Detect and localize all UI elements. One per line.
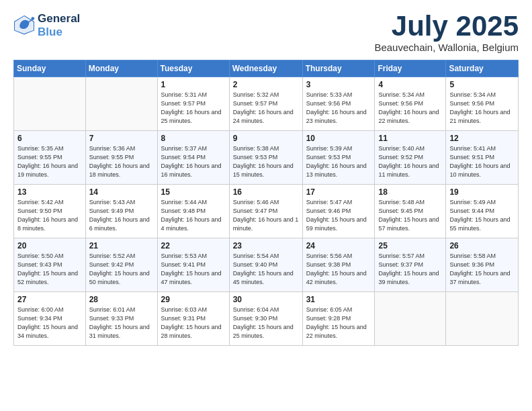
logo-icon — [13, 15, 35, 36]
day-number: 9 — [233, 134, 299, 143]
calendar-header: Sunday Monday Tuesday Wednesday Thursday… — [14, 60, 519, 77]
day-info: Sunrise: 5:53 AM Sunset: 9:41 PM Dayligh… — [161, 252, 226, 287]
calendar-body: 1Sunrise: 5:31 AM Sunset: 9:57 PM Daylig… — [14, 77, 519, 346]
day-info: Sunrise: 5:40 AM Sunset: 9:52 PM Dayligh… — [378, 144, 442, 179]
calendar-cell — [14, 77, 86, 131]
day-info: Sunrise: 5:38 AM Sunset: 9:53 PM Dayligh… — [233, 144, 299, 179]
calendar-cell: 18Sunrise: 5:48 AM Sunset: 9:45 PM Dayli… — [375, 185, 446, 238]
calendar-cell: 2Sunrise: 5:32 AM Sunset: 9:57 PM Daylig… — [229, 77, 302, 131]
calendar-cell: 8Sunrise: 5:37 AM Sunset: 9:54 PM Daylig… — [157, 131, 229, 185]
location-subtitle: Beauvechain, Wallonia, Belgium — [374, 42, 519, 53]
day-info: Sunrise: 5:58 AM Sunset: 9:36 PM Dayligh… — [449, 252, 515, 287]
day-number: 27 — [17, 295, 82, 304]
calendar-cell — [375, 292, 446, 346]
day-number: 10 — [306, 134, 371, 143]
day-number: 21 — [89, 241, 154, 250]
day-info: Sunrise: 5:35 AM Sunset: 9:55 PM Dayligh… — [17, 144, 82, 179]
calendar-cell: 24Sunrise: 5:56 AM Sunset: 9:38 PM Dayli… — [302, 238, 375, 292]
calendar-cell: 19Sunrise: 5:49 AM Sunset: 9:44 PM Dayli… — [446, 185, 519, 238]
day-info: Sunrise: 5:50 AM Sunset: 9:43 PM Dayligh… — [17, 252, 82, 287]
day-info: Sunrise: 5:46 AM Sunset: 9:47 PM Dayligh… — [233, 198, 299, 233]
day-number: 23 — [233, 241, 299, 250]
day-info: Sunrise: 5:47 AM Sunset: 9:46 PM Dayligh… — [306, 198, 371, 233]
calendar-cell: 20Sunrise: 5:50 AM Sunset: 9:43 PM Dayli… — [14, 238, 86, 292]
day-number: 8 — [161, 134, 226, 143]
day-number: 4 — [378, 80, 442, 89]
col-friday: Friday — [375, 60, 446, 77]
day-info: Sunrise: 5:33 AM Sunset: 9:56 PM Dayligh… — [306, 91, 371, 126]
logo: General Blue — [13, 12, 80, 40]
calendar-cell: 7Sunrise: 5:36 AM Sunset: 9:55 PM Daylig… — [85, 131, 157, 185]
calendar-cell: 23Sunrise: 5:54 AM Sunset: 9:40 PM Dayli… — [229, 238, 302, 292]
day-number: 12 — [449, 134, 515, 143]
calendar-cell: 31Sunrise: 6:05 AM Sunset: 9:28 PM Dayli… — [302, 292, 375, 346]
calendar-cell: 13Sunrise: 5:42 AM Sunset: 9:50 PM Dayli… — [14, 185, 86, 238]
day-number: 15 — [161, 187, 226, 197]
calendar-cell: 17Sunrise: 5:47 AM Sunset: 9:46 PM Dayli… — [302, 185, 375, 238]
day-number: 26 — [449, 241, 515, 250]
calendar-cell: 29Sunrise: 6:03 AM Sunset: 9:31 PM Dayli… — [157, 292, 229, 346]
calendar-cell: 26Sunrise: 5:58 AM Sunset: 9:36 PM Dayli… — [446, 238, 519, 292]
calendar-cell: 27Sunrise: 6:00 AM Sunset: 9:34 PM Dayli… — [14, 292, 86, 346]
calendar-cell — [85, 77, 157, 131]
svg-point-2 — [31, 17, 34, 21]
calendar-cell: 21Sunrise: 5:52 AM Sunset: 9:42 PM Dayli… — [85, 238, 157, 292]
calendar-cell: 25Sunrise: 5:57 AM Sunset: 9:37 PM Dayli… — [375, 238, 446, 292]
day-info: Sunrise: 6:05 AM Sunset: 9:28 PM Dayligh… — [306, 306, 371, 340]
calendar-cell: 10Sunrise: 5:39 AM Sunset: 9:53 PM Dayli… — [302, 131, 375, 185]
week-row-2: 13Sunrise: 5:42 AM Sunset: 9:50 PM Dayli… — [14, 185, 519, 238]
day-number: 3 — [306, 80, 371, 89]
day-info: Sunrise: 5:49 AM Sunset: 9:44 PM Dayligh… — [449, 198, 515, 233]
week-row-3: 20Sunrise: 5:50 AM Sunset: 9:43 PM Dayli… — [14, 238, 519, 292]
header: General Blue July 2025 Beauvechain, Wall… — [13, 12, 519, 53]
calendar-cell: 5Sunrise: 5:34 AM Sunset: 9:56 PM Daylig… — [446, 77, 519, 131]
day-number: 16 — [233, 187, 299, 197]
day-info: Sunrise: 6:01 AM Sunset: 9:33 PM Dayligh… — [89, 306, 154, 340]
day-number: 13 — [17, 187, 82, 197]
calendar-cell: 1Sunrise: 5:31 AM Sunset: 9:57 PM Daylig… — [157, 77, 229, 131]
col-saturday: Saturday — [446, 60, 519, 77]
day-number: 25 — [378, 241, 442, 250]
day-info: Sunrise: 5:31 AM Sunset: 9:57 PM Dayligh… — [161, 91, 226, 126]
calendar-cell: 14Sunrise: 5:43 AM Sunset: 9:49 PM Dayli… — [85, 185, 157, 238]
day-info: Sunrise: 5:48 AM Sunset: 9:45 PM Dayligh… — [378, 198, 442, 233]
day-number: 18 — [378, 187, 442, 197]
day-number: 2 — [233, 80, 299, 89]
day-number: 28 — [89, 295, 154, 304]
day-info: Sunrise: 5:36 AM Sunset: 9:55 PM Dayligh… — [89, 144, 154, 179]
day-info: Sunrise: 5:44 AM Sunset: 9:48 PM Dayligh… — [161, 198, 226, 233]
day-number: 29 — [161, 295, 226, 304]
day-info: Sunrise: 6:03 AM Sunset: 9:31 PM Dayligh… — [161, 306, 226, 340]
day-info: Sunrise: 5:43 AM Sunset: 9:49 PM Dayligh… — [89, 198, 154, 233]
calendar-cell: 16Sunrise: 5:46 AM Sunset: 9:47 PM Dayli… — [229, 185, 302, 238]
day-info: Sunrise: 6:00 AM Sunset: 9:34 PM Dayligh… — [17, 306, 82, 340]
week-row-4: 27Sunrise: 6:00 AM Sunset: 9:34 PM Dayli… — [14, 292, 519, 346]
day-number: 17 — [306, 187, 371, 197]
logo-text: General Blue — [38, 12, 80, 40]
day-info: Sunrise: 5:56 AM Sunset: 9:38 PM Dayligh… — [306, 252, 371, 287]
day-info: Sunrise: 5:37 AM Sunset: 9:54 PM Dayligh… — [161, 144, 226, 179]
calendar-cell: 15Sunrise: 5:44 AM Sunset: 9:48 PM Dayli… — [157, 185, 229, 238]
calendar-cell: 9Sunrise: 5:38 AM Sunset: 9:53 PM Daylig… — [229, 131, 302, 185]
day-number: 11 — [378, 134, 442, 143]
day-number: 7 — [89, 134, 154, 143]
day-info: Sunrise: 5:34 AM Sunset: 9:56 PM Dayligh… — [449, 91, 515, 126]
calendar-cell: 30Sunrise: 6:04 AM Sunset: 9:30 PM Dayli… — [229, 292, 302, 346]
day-number: 31 — [306, 295, 371, 304]
calendar-cell: 22Sunrise: 5:53 AM Sunset: 9:41 PM Dayli… — [157, 238, 229, 292]
day-number: 24 — [306, 241, 371, 250]
col-wednesday: Wednesday — [229, 60, 302, 77]
title-block: July 2025 Beauvechain, Wallonia, Belgium — [374, 12, 519, 53]
week-row-0: 1Sunrise: 5:31 AM Sunset: 9:57 PM Daylig… — [14, 77, 519, 131]
day-number: 20 — [17, 241, 82, 250]
day-info: Sunrise: 5:32 AM Sunset: 9:57 PM Dayligh… — [233, 91, 299, 126]
month-title: July 2025 — [374, 12, 519, 40]
day-info: Sunrise: 5:52 AM Sunset: 9:42 PM Dayligh… — [89, 252, 154, 287]
day-info: Sunrise: 5:34 AM Sunset: 9:56 PM Dayligh… — [378, 91, 442, 126]
day-number: 14 — [89, 187, 154, 197]
col-monday: Monday — [85, 60, 157, 77]
calendar-cell: 3Sunrise: 5:33 AM Sunset: 9:56 PM Daylig… — [302, 77, 375, 131]
calendar-cell: 28Sunrise: 6:01 AM Sunset: 9:33 PM Dayli… — [85, 292, 157, 346]
header-row: Sunday Monday Tuesday Wednesday Thursday… — [14, 60, 519, 77]
calendar-cell: 11Sunrise: 5:40 AM Sunset: 9:52 PM Dayli… — [375, 131, 446, 185]
